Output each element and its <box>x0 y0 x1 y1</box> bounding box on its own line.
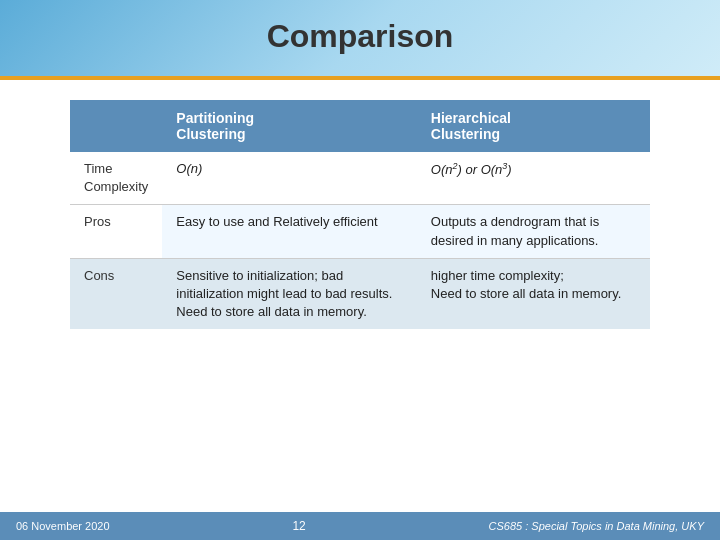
header-bar: Comparison <box>0 0 720 80</box>
row-label-time: TimeComplexity <box>70 152 162 205</box>
col-hierarchical-header: HierarchicalClustering <box>417 100 650 152</box>
cell-cons-partitioning: Sensitive to initialization; bad initial… <box>162 258 417 329</box>
cell-cons-hierarchical: higher time complexity;Need to store all… <box>417 258 650 329</box>
col-empty <box>70 100 162 152</box>
footer-date: 06 November 2020 <box>16 520 110 532</box>
table-row: Pros Easy to use and Relatively efficien… <box>70 205 650 258</box>
main-content: PartitioningClustering HierarchicalClust… <box>0 80 720 339</box>
page-title: Comparison <box>267 18 454 55</box>
col-partitioning-header: PartitioningClustering <box>162 100 417 152</box>
table-row: Cons Sensitive to initialization; bad in… <box>70 258 650 329</box>
footer-course: CS685 : Special Topics in Data Mining, U… <box>489 520 704 532</box>
cell-time-hierarchical: O(n2) or O(n3) <box>417 152 650 205</box>
table-header-row: PartitioningClustering HierarchicalClust… <box>70 100 650 152</box>
row-label-pros: Pros <box>70 205 162 258</box>
cell-pros-hierarchical: Outputs a dendrogram that is desired in … <box>417 205 650 258</box>
comparison-table: PartitioningClustering HierarchicalClust… <box>70 100 650 329</box>
cell-pros-partitioning: Easy to use and Relatively efficient <box>162 205 417 258</box>
footer: 06 November 2020 12 CS685 : Special Topi… <box>0 512 720 540</box>
table-row: TimeComplexity O(n) O(n2) or O(n3) <box>70 152 650 205</box>
row-label-cons: Cons <box>70 258 162 329</box>
footer-page: 12 <box>292 519 305 533</box>
cell-time-partitioning: O(n) <box>162 152 417 205</box>
